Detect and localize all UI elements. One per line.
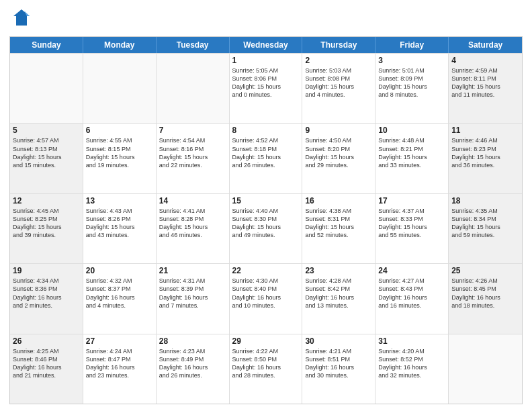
empty-cell (10, 54, 83, 123)
day-cell-13: 13Sunrise: 4:43 AM Sunset: 8:26 PM Dayli… (83, 194, 157, 263)
day-info: Sunrise: 4:54 AM Sunset: 8:16 PM Dayligh… (159, 136, 226, 169)
day-cell-25: 25Sunrise: 4:26 AM Sunset: 8:45 PM Dayli… (449, 264, 522, 333)
day-cell-16: 16Sunrise: 4:38 AM Sunset: 8:31 PM Dayli… (302, 194, 375, 263)
day-info: Sunrise: 4:43 AM Sunset: 8:26 PM Dayligh… (86, 207, 153, 240)
empty-cell (157, 54, 230, 123)
header-day-wednesday: Wednesday (230, 37, 303, 53)
day-info: Sunrise: 4:30 AM Sunset: 8:40 PM Dayligh… (232, 277, 300, 310)
day-number: 31 (378, 336, 445, 346)
day-info: Sunrise: 5:05 AM Sunset: 8:06 PM Dayligh… (232, 66, 300, 99)
day-number: 25 (451, 266, 519, 275)
day-info: Sunrise: 4:55 AM Sunset: 8:15 PM Dayligh… (86, 136, 153, 169)
header-day-thursday: Thursday (302, 37, 375, 53)
day-info: Sunrise: 4:31 AM Sunset: 8:39 PM Dayligh… (159, 277, 226, 310)
day-number: 14 (159, 196, 226, 205)
day-number: 21 (159, 266, 226, 275)
day-cell-30: 30Sunrise: 4:21 AM Sunset: 8:51 PM Dayli… (302, 334, 375, 404)
day-info: Sunrise: 4:48 AM Sunset: 8:21 PM Dayligh… (378, 136, 445, 169)
day-cell-2: 2Sunrise: 5:03 AM Sunset: 8:08 PM Daylig… (302, 54, 375, 123)
calendar-header-row: SundayMondayTuesdayWednesdayThursdayFrid… (10, 37, 522, 53)
day-number: 1 (232, 56, 300, 65)
day-cell-31: 31Sunrise: 4:20 AM Sunset: 8:52 PM Dayli… (375, 334, 449, 404)
calendar-week-1: 1Sunrise: 5:05 AM Sunset: 8:06 PM Daylig… (10, 53, 522, 123)
day-number: 2 (305, 56, 372, 65)
day-cell-11: 11Sunrise: 4:46 AM Sunset: 8:23 PM Dayli… (449, 124, 522, 193)
day-number: 6 (86, 126, 153, 135)
day-number: 17 (378, 196, 445, 205)
day-number: 7 (159, 126, 226, 135)
day-number: 5 (13, 126, 80, 135)
day-number: 15 (232, 196, 300, 205)
day-cell-12: 12Sunrise: 4:45 AM Sunset: 8:25 PM Dayli… (10, 194, 83, 263)
day-cell-14: 14Sunrise: 4:41 AM Sunset: 8:28 PM Dayli… (157, 194, 230, 263)
day-info: Sunrise: 4:21 AM Sunset: 8:51 PM Dayligh… (305, 347, 372, 380)
empty-cell (449, 334, 522, 404)
day-number: 26 (13, 336, 80, 346)
header-day-sunday: Sunday (10, 37, 83, 53)
day-cell-15: 15Sunrise: 4:40 AM Sunset: 8:30 PM Dayli… (230, 194, 303, 263)
logo-icon (9, 7, 34, 31)
day-cell-28: 28Sunrise: 4:23 AM Sunset: 8:49 PM Dayli… (157, 334, 230, 404)
day-cell-22: 22Sunrise: 4:30 AM Sunset: 8:40 PM Dayli… (230, 264, 303, 333)
day-info: Sunrise: 4:38 AM Sunset: 8:31 PM Dayligh… (305, 207, 372, 240)
day-info: Sunrise: 4:50 AM Sunset: 8:20 PM Dayligh… (305, 136, 372, 169)
empty-cell (83, 54, 157, 123)
day-cell-10: 10Sunrise: 4:48 AM Sunset: 8:21 PM Dayli… (375, 124, 449, 193)
day-cell-23: 23Sunrise: 4:28 AM Sunset: 8:42 PM Dayli… (302, 264, 375, 333)
page-header (9, 7, 523, 31)
day-cell-24: 24Sunrise: 4:27 AM Sunset: 8:43 PM Dayli… (375, 264, 449, 333)
day-number: 11 (451, 126, 519, 135)
day-info: Sunrise: 4:20 AM Sunset: 8:52 PM Dayligh… (378, 347, 445, 380)
day-cell-19: 19Sunrise: 4:34 AM Sunset: 8:36 PM Dayli… (10, 264, 83, 333)
day-number: 12 (13, 196, 80, 205)
day-info: Sunrise: 4:34 AM Sunset: 8:36 PM Dayligh… (13, 277, 80, 310)
calendar-page: SundayMondayTuesdayWednesdayThursdayFrid… (0, 0, 532, 411)
day-number: 28 (159, 336, 226, 346)
day-info: Sunrise: 4:32 AM Sunset: 8:37 PM Dayligh… (86, 277, 153, 310)
day-number: 19 (13, 266, 80, 275)
day-cell-7: 7Sunrise: 4:54 AM Sunset: 8:16 PM Daylig… (157, 124, 230, 193)
day-info: Sunrise: 4:37 AM Sunset: 8:33 PM Dayligh… (378, 207, 445, 240)
day-number: 29 (232, 336, 300, 346)
day-cell-9: 9Sunrise: 4:50 AM Sunset: 8:20 PM Daylig… (302, 124, 375, 193)
calendar-week-5: 26Sunrise: 4:25 AM Sunset: 8:46 PM Dayli… (10, 334, 522, 404)
day-number: 30 (305, 336, 372, 346)
day-number: 22 (232, 266, 300, 275)
calendar-week-2: 5Sunrise: 4:57 AM Sunset: 8:13 PM Daylig… (10, 123, 522, 193)
day-info: Sunrise: 4:41 AM Sunset: 8:28 PM Dayligh… (159, 207, 226, 240)
header-day-tuesday: Tuesday (157, 37, 230, 53)
day-cell-26: 26Sunrise: 4:25 AM Sunset: 8:46 PM Dayli… (10, 334, 83, 404)
day-info: Sunrise: 4:22 AM Sunset: 8:50 PM Dayligh… (232, 347, 300, 380)
day-cell-8: 8Sunrise: 4:52 AM Sunset: 8:18 PM Daylig… (230, 124, 303, 193)
calendar-week-3: 12Sunrise: 4:45 AM Sunset: 8:25 PM Dayli… (10, 193, 522, 263)
day-cell-4: 4Sunrise: 4:59 AM Sunset: 8:11 PM Daylig… (449, 54, 522, 123)
day-info: Sunrise: 4:45 AM Sunset: 8:25 PM Dayligh… (13, 207, 80, 240)
calendar-body: 1Sunrise: 5:05 AM Sunset: 8:06 PM Daylig… (10, 53, 522, 404)
day-info: Sunrise: 4:59 AM Sunset: 8:11 PM Dayligh… (451, 66, 519, 99)
day-cell-21: 21Sunrise: 4:31 AM Sunset: 8:39 PM Dayli… (157, 264, 230, 333)
day-info: Sunrise: 4:23 AM Sunset: 8:49 PM Dayligh… (159, 347, 226, 380)
day-cell-6: 6Sunrise: 4:55 AM Sunset: 8:15 PM Daylig… (83, 124, 157, 193)
day-info: Sunrise: 5:03 AM Sunset: 8:08 PM Dayligh… (305, 66, 372, 99)
day-number: 9 (305, 126, 372, 135)
day-number: 10 (378, 126, 445, 135)
header-day-monday: Monday (83, 37, 157, 53)
day-cell-5: 5Sunrise: 4:57 AM Sunset: 8:13 PM Daylig… (10, 124, 83, 193)
day-info: Sunrise: 4:26 AM Sunset: 8:45 PM Dayligh… (451, 277, 519, 310)
day-cell-18: 18Sunrise: 4:35 AM Sunset: 8:34 PM Dayli… (449, 194, 522, 263)
day-info: Sunrise: 4:52 AM Sunset: 8:18 PM Dayligh… (232, 136, 300, 169)
day-number: 8 (232, 126, 300, 135)
day-number: 24 (378, 266, 445, 275)
calendar-week-4: 19Sunrise: 4:34 AM Sunset: 8:36 PM Dayli… (10, 263, 522, 333)
day-info: Sunrise: 4:40 AM Sunset: 8:30 PM Dayligh… (232, 207, 300, 240)
day-info: Sunrise: 4:46 AM Sunset: 8:23 PM Dayligh… (451, 136, 519, 169)
day-number: 4 (451, 56, 519, 65)
day-info: Sunrise: 5:01 AM Sunset: 8:09 PM Dayligh… (378, 66, 445, 99)
day-cell-27: 27Sunrise: 4:24 AM Sunset: 8:47 PM Dayli… (83, 334, 157, 404)
day-info: Sunrise: 4:25 AM Sunset: 8:46 PM Dayligh… (13, 347, 80, 380)
day-number: 16 (305, 196, 372, 205)
day-info: Sunrise: 4:57 AM Sunset: 8:13 PM Dayligh… (13, 136, 80, 169)
day-cell-29: 29Sunrise: 4:22 AM Sunset: 8:50 PM Dayli… (230, 334, 303, 404)
day-info: Sunrise: 4:24 AM Sunset: 8:47 PM Dayligh… (86, 347, 153, 380)
day-number: 13 (86, 196, 153, 205)
